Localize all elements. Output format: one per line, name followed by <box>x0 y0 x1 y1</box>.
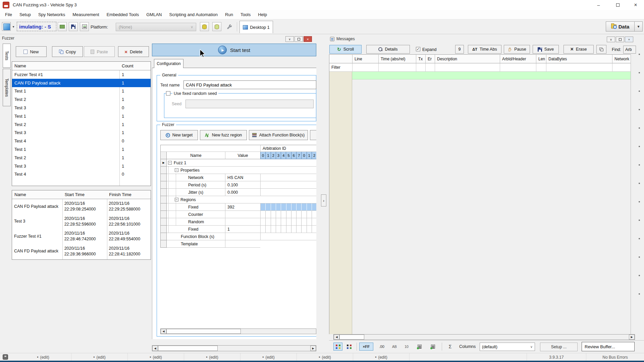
scroll-left-button[interactable]: ◀ <box>152 346 158 351</box>
status-edit-segment[interactable]: •(edit) <box>71 353 128 361</box>
bit-region-cells[interactable] <box>260 218 316 226</box>
col-len[interactable]: Len <box>536 55 546 63</box>
row-value[interactable] <box>225 233 260 240</box>
grid-row-template[interactable]: Template <box>161 240 316 248</box>
row-value[interactable] <box>225 211 260 218</box>
grid-col-name[interactable]: Name <box>167 152 225 159</box>
partial-button[interactable] <box>310 130 316 140</box>
seed-input[interactable] <box>185 100 314 108</box>
filter-cell[interactable] <box>379 63 416 72</box>
filter-cell[interactable] <box>426 63 435 72</box>
splitter-expand-button[interactable]: › <box>321 194 326 206</box>
delete-test-button[interactable]: × Delete <box>118 46 149 57</box>
filter-cell[interactable] <box>612 63 631 72</box>
arbitration-id-header[interactable]: Arbitration ID <box>260 145 316 152</box>
grid-row-regions[interactable]: −Regions <box>161 196 316 203</box>
bit-region-cells[interactable] <box>260 211 316 218</box>
simulation-mode-icon[interactable] <box>2 22 11 31</box>
test-row[interactable]: Test 21 <box>12 120 151 129</box>
platform-dropdown[interactable]: (None) ∨ <box>116 23 196 31</box>
maximize-button[interactable] <box>608 0 627 10</box>
row-value[interactable]: 0.100 <box>225 181 260 189</box>
filter-cell[interactable] <box>435 63 500 72</box>
values-toggle-button[interactable] <box>428 343 438 351</box>
close-button[interactable]: × <box>627 0 644 10</box>
scroll-right-button[interactable]: ▶ <box>629 335 635 340</box>
minimize-button[interactable]: – <box>589 0 608 10</box>
col-network[interactable]: Network <box>612 55 631 63</box>
review-windows-button[interactable] <box>596 45 606 54</box>
tab-tests[interactable]: Tests <box>3 44 11 68</box>
test-row[interactable]: Test 31 <box>12 129 151 137</box>
col-er[interactable]: Er <box>426 55 435 63</box>
col-header-finish-time[interactable]: Finish Time <box>107 190 151 199</box>
test-row[interactable]: Test 11 <box>12 145 151 154</box>
scrollbar-thumb[interactable] <box>166 329 241 334</box>
test-row[interactable]: Fuzzer Test #11 <box>12 70 151 79</box>
simulation-mode-dropdown[interactable]: ▾ <box>11 22 16 31</box>
grid-row-function-block[interactable]: Function Block (s) <box>161 233 316 240</box>
history-row[interactable]: CAN FD Payload attack 2020/11/1622:29:08… <box>12 199 151 214</box>
scroll-left-button[interactable]: ◀ <box>161 329 166 334</box>
network-view-button[interactable] <box>333 343 342 351</box>
grid-row-counter[interactable]: Counter <box>161 211 316 218</box>
review-buffer-button[interactable]: Review Buffer... <box>582 342 635 351</box>
menu-setup[interactable]: Setup <box>16 10 35 19</box>
col-description[interactable]: Description <box>435 55 500 63</box>
menu-scripting[interactable]: Scripting and Automation <box>165 10 221 19</box>
menu-spy-networks[interactable]: Spy Networks <box>35 10 69 19</box>
col-header-name[interactable]: Name <box>12 190 62 199</box>
grid-row-random[interactable]: Random <box>161 218 316 226</box>
collapse-icon[interactable]: − <box>168 161 172 165</box>
history-row[interactable]: Fuzzer Test #1 2020/11/1622:28:46:742000… <box>12 229 151 244</box>
status-edit-segment[interactable]: •(edit) <box>353 353 410 361</box>
grid-row-period[interactable]: Period (s) 0.100 <box>161 181 316 189</box>
col-header-name[interactable]: Name <box>12 62 119 70</box>
collapse-icon[interactable]: − <box>175 168 178 172</box>
messages-restore-button[interactable] <box>616 37 624 42</box>
start-test-button[interactable]: ▶ Start test <box>152 44 316 56</box>
test-row[interactable]: Test 21 <box>12 154 151 162</box>
test-row[interactable]: Test 30 <box>12 104 151 112</box>
grid-row-jitter[interactable]: Jitter (s) 0.000 <box>161 189 316 196</box>
messages-h-scrollbar[interactable]: ◀ ▶ <box>333 334 635 340</box>
menu-help[interactable]: Help <box>254 10 271 19</box>
attach-function-blocks-button[interactable]: Attach Function Block(s) <box>249 130 308 140</box>
fixed-seed-checkbox[interactable] <box>166 91 170 96</box>
menu-file[interactable]: File <box>1 10 16 19</box>
bit-region-cells[interactable] <box>260 203 316 211</box>
row-value[interactable]: 1 <box>225 226 260 233</box>
find-field-dropdown[interactable]: Arb <box>623 46 636 54</box>
row-value[interactable]: 0.000 <box>225 189 260 196</box>
tree-view-button[interactable] <box>344 343 354 351</box>
save-messages-button[interactable]: Save <box>533 45 559 54</box>
col-line[interactable]: Line <box>353 55 379 63</box>
col-tx[interactable]: Tx <box>416 55 426 63</box>
filter-cell[interactable] <box>546 63 612 72</box>
data-button[interactable]: Data <box>606 21 635 32</box>
new-fuzz-region-button[interactable]: New fuzz region <box>200 130 247 140</box>
panel-maximize-button[interactable] <box>294 36 303 42</box>
test-row[interactable]: Test 40 <box>12 170 151 179</box>
format-ascii-button[interactable]: AB <box>389 343 399 351</box>
names-toggle-button[interactable] <box>415 343 424 351</box>
status-edit-segment[interactable]: •(edit) <box>240 353 297 361</box>
messages-close-button[interactable]: × <box>625 37 633 42</box>
time-abs-button[interactable]: ΔT Time Abs <box>468 45 501 54</box>
erase-button[interactable]: × Erase <box>564 45 594 54</box>
menu-measurement[interactable]: Measurement <box>69 10 103 19</box>
filter-cell[interactable] <box>416 63 426 72</box>
hardware-button[interactable] <box>58 22 67 31</box>
nine-format-button[interactable]: 9 <box>455 45 464 54</box>
format-binary-button[interactable]: 10 <box>401 343 412 351</box>
status-edit-segment[interactable]: •(edit) <box>15 353 71 361</box>
filter-cell[interactable] <box>353 63 379 72</box>
row-value[interactable] <box>225 218 260 226</box>
grid-col-value[interactable]: Value <box>225 152 260 159</box>
message-insert-row[interactable] <box>352 72 631 79</box>
panel-menu-button[interactable]: ∨ <box>285 36 294 42</box>
details-button[interactable]: Details <box>366 45 410 54</box>
save-setup-button[interactable] <box>69 22 78 31</box>
menu-embedded-tools[interactable]: Embedded Tools <box>103 10 143 19</box>
scrollbar-thumb[interactable] <box>339 335 364 340</box>
